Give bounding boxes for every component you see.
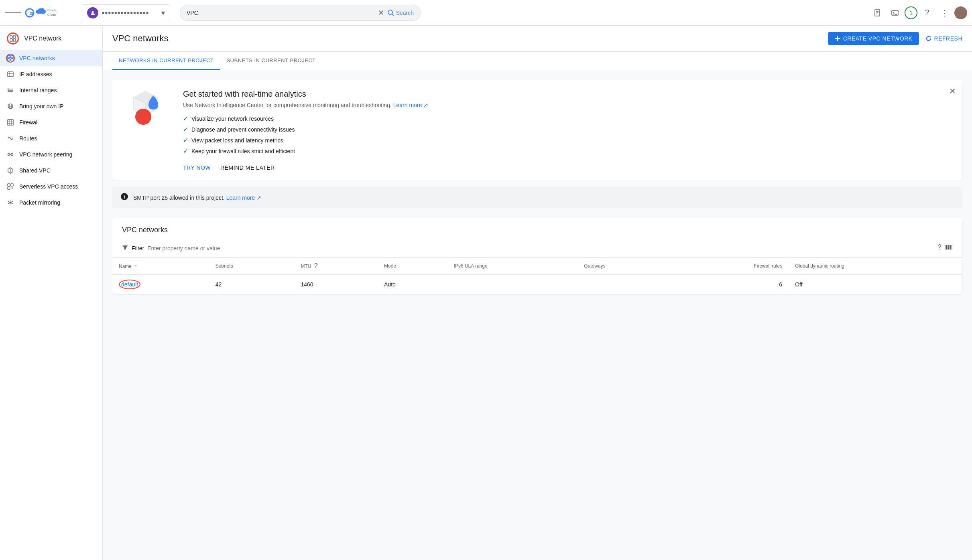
- svg-rect-30: [8, 120, 13, 125]
- svg-rect-41: [8, 184, 10, 186]
- banner-features-list: ✓ Visualize your network resources ✓ Dia…: [183, 115, 950, 155]
- banner-feature-2: ✓ Diagnose and prevent connectivity issu…: [183, 126, 950, 133]
- banner-close-button[interactable]: ✕: [949, 86, 956, 96]
- banner-title: Get started with real-time analytics: [183, 89, 950, 99]
- banner-feature-3: ✓ View packet loss and latency metrics: [183, 136, 950, 144]
- sidebar-item-serverless-vpc-access[interactable]: Serverless VPC access: [0, 179, 102, 195]
- banner-content: Get started with real-time analytics Use…: [183, 89, 950, 171]
- sidebar-item-internal-ranges[interactable]: Internal ranges: [0, 82, 102, 98]
- col-header-gateways: Gateways: [578, 258, 673, 275]
- svg-rect-15: [13, 39, 16, 41]
- table-row: default 42 1460 Auto 6 Off: [112, 275, 962, 294]
- sidebar-item-label-vpc-network-peering: VPC network peering: [19, 151, 96, 158]
- tab-networks-in-current-project[interactable]: NETWORKS IN CURRENT PROJECT: [112, 52, 220, 70]
- menu-button[interactable]: [5, 5, 21, 21]
- filter-input[interactable]: [147, 245, 934, 252]
- help-icon[interactable]: ?: [919, 5, 935, 21]
- sidebar-item-firewall[interactable]: Firewall: [0, 114, 102, 130]
- sidebar-item-ip-addresses[interactable]: IP addresses: [0, 66, 102, 82]
- filter-label: Filter: [132, 245, 144, 252]
- banner-learn-more-link[interactable]: Learn more ↗: [393, 102, 428, 108]
- check-icon-4: ✓: [183, 147, 188, 155]
- table-section-title: VPC networks: [112, 218, 962, 239]
- banner-description: Use Network Intelligence Center for comp…: [183, 102, 950, 108]
- check-icon-3: ✓: [183, 136, 188, 144]
- svg-rect-43: [8, 187, 10, 189]
- svg-point-51: [135, 109, 151, 125]
- sidebar-header: VPC network: [0, 26, 102, 50]
- tabs: NETWORKS IN CURRENT PROJECT SUBNETS IN C…: [103, 52, 972, 70]
- svg-rect-14: [10, 39, 12, 41]
- svg-point-37: [11, 154, 13, 156]
- svg-rect-12: [10, 36, 12, 38]
- shared-vpc-icon: [6, 166, 14, 174]
- avatar[interactable]: [954, 6, 967, 19]
- info-icon: i: [120, 193, 128, 203]
- col-header-global-dynamic-routing: Global dynamic routing: [789, 258, 962, 275]
- packet-mirroring-icon: [6, 199, 14, 207]
- project-selector[interactable]: ●●●●●●●●●●●●●●● ▾: [82, 4, 170, 21]
- notification-badge[interactable]: 1: [905, 6, 917, 19]
- docs-icon[interactable]: [869, 5, 885, 21]
- svg-rect-55: [948, 245, 949, 250]
- search-clear-icon[interactable]: ✕: [378, 8, 384, 17]
- cell-subnets: 42: [209, 275, 295, 294]
- create-vpc-network-button[interactable]: CREATE VPC NETWORK: [828, 32, 919, 45]
- project-name: ●●●●●●●●●●●●●●●: [102, 10, 158, 16]
- sidebar-item-shared-vpc[interactable]: Shared VPC: [0, 162, 102, 179]
- banner-feature-4: ✓ Keep your firewall rules strict and ef…: [183, 147, 950, 155]
- sidebar-item-packet-mirroring[interactable]: Packet mirroring: [0, 195, 102, 211]
- cell-firewall-rules: 6: [673, 275, 789, 294]
- topbar: Google Cloud ●●●●●●●●●●●●●●● ▾ ✕ Search: [0, 0, 972, 26]
- page-header: VPC networks CREATE VPC NETWORK REFRESH: [103, 26, 972, 52]
- sidebar-item-vpc-networks[interactable]: VPC networks: [0, 50, 102, 66]
- sort-icon-name[interactable]: ↑: [134, 263, 137, 269]
- try-now-button[interactable]: TRY NOW: [183, 164, 211, 171]
- column-visibility-icon[interactable]: [945, 243, 953, 253]
- sidebar-item-bring-your-own-ip[interactable]: Bring your own IP: [0, 98, 102, 114]
- banner-feature-1: ✓ Visualize your network resources: [183, 115, 950, 122]
- serverless-vpc-access-icon: [6, 183, 14, 191]
- more-options-icon[interactable]: ⋮: [937, 5, 953, 21]
- project-icon: [87, 7, 98, 18]
- sidebar-header-title: VPC network: [24, 35, 61, 42]
- svg-text:Google: Google: [47, 9, 57, 12]
- sidebar-item-vpc-network-peering[interactable]: VPC network peering: [0, 146, 102, 162]
- tab-subnets-in-current-project[interactable]: SUBNETS IN CURRENT PROJECT: [220, 52, 322, 70]
- routes-icon: [6, 134, 14, 142]
- cell-mode: Auto: [378, 275, 447, 294]
- table-body: default 42 1460 Auto 6 Off: [112, 275, 962, 294]
- main-layout: VPC network VPC networks: [0, 26, 972, 560]
- sidebar-header-icon: [6, 32, 19, 45]
- sidebar-item-label-internal-ranges: Internal ranges: [19, 87, 96, 93]
- terminal-icon[interactable]: [887, 5, 903, 21]
- svg-text:i: i: [124, 194, 125, 200]
- table-header-row: Name ↑ Subnets MTU ? Mode: [112, 258, 962, 275]
- mtu-help-icon[interactable]: ?: [314, 262, 318, 269]
- table-header: Name ↑ Subnets MTU ? Mode: [112, 258, 962, 275]
- svg-rect-13: [13, 36, 16, 38]
- svg-line-5: [392, 14, 394, 16]
- info-bar-text: SMTP port 25 allowed in this project. Le…: [133, 195, 261, 201]
- filter-actions: ?: [937, 243, 953, 253]
- refresh-button[interactable]: REFRESH: [925, 35, 962, 42]
- banner-actions: TRY NOW REMIND ME LATER: [183, 164, 950, 171]
- sidebar-item-label-firewall: Firewall: [19, 119, 96, 126]
- check-icon-2: ✓: [183, 126, 188, 133]
- remind-me-later-button[interactable]: REMIND ME LATER: [220, 164, 275, 171]
- filter-help-icon[interactable]: ?: [937, 243, 941, 253]
- sidebar-item-label-shared-vpc: Shared VPC: [19, 167, 96, 174]
- search-input[interactable]: [187, 10, 375, 16]
- vpc-network-peering-icon: [6, 150, 14, 158]
- svg-rect-57: [952, 245, 952, 250]
- svg-rect-17: [11, 55, 13, 58]
- google-cloud-logo[interactable]: Google Cloud: [24, 5, 72, 21]
- col-header-firewall-rules: Firewall rules: [673, 258, 789, 275]
- search-button[interactable]: Search: [387, 9, 414, 16]
- sidebar-item-label-packet-mirroring: Packet mirroring: [19, 199, 96, 206]
- sidebar-item-routes[interactable]: Routes: [0, 130, 102, 146]
- default-network-link[interactable]: default: [121, 281, 138, 288]
- info-learn-more-link[interactable]: Learn more ↗: [226, 195, 261, 201]
- vpc-networks-icon: [6, 54, 14, 62]
- page-title: VPC networks: [112, 33, 168, 44]
